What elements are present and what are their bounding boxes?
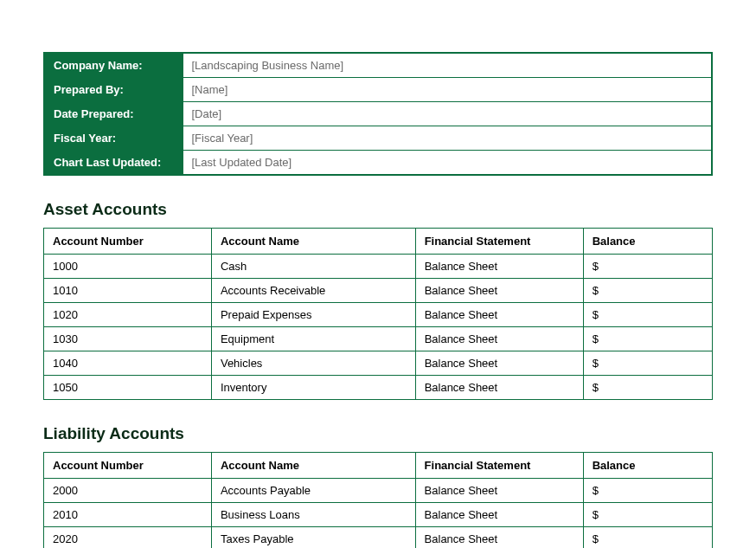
info-label: Company Name: <box>44 53 183 78</box>
col-header-financial-statement: Financial Statement <box>415 453 583 479</box>
table-row: 1040VehiclesBalance Sheet$ <box>44 351 713 376</box>
table-header-row: Account Number Account Name Financial St… <box>44 229 713 255</box>
cell-num: 1020 <box>44 303 212 327</box>
table-row: 1010Accounts ReceivableBalance Sheet$ <box>44 279 713 303</box>
col-header-account-name: Account Name <box>211 453 415 479</box>
cell-num: 1050 <box>44 376 212 400</box>
table-row: 1030EquipmentBalance Sheet$ <box>44 327 713 351</box>
liability-accounts-body: 2000Accounts PayableBalance Sheet$2010Bu… <box>44 479 713 549</box>
cell-bal: $ <box>583 327 712 351</box>
cell-bal: $ <box>583 479 712 503</box>
cell-name: Cash <box>211 255 415 279</box>
liability-accounts-table: Account Number Account Name Financial St… <box>43 452 713 548</box>
cell-name: Accounts Receivable <box>211 279 415 303</box>
cell-num: 2010 <box>44 503 212 527</box>
info-value: [Landscaping Business Name] <box>183 53 712 78</box>
asset-accounts-heading: Asset Accounts <box>43 200 713 219</box>
cell-bal: $ <box>583 376 712 400</box>
cell-num: 2020 <box>44 527 212 549</box>
asset-accounts-table: Account Number Account Name Financial St… <box>43 228 713 400</box>
info-value: [Name] <box>183 78 712 102</box>
col-header-account-name: Account Name <box>211 229 415 255</box>
cell-num: 1040 <box>44 351 212 376</box>
col-header-financial-statement: Financial Statement <box>415 229 583 255</box>
table-row: 2010Business LoansBalance Sheet$ <box>44 503 713 527</box>
table-header-row: Account Number Account Name Financial St… <box>44 453 713 479</box>
cell-name: Business Loans <box>211 503 415 527</box>
info-value: [Fiscal Year] <box>183 126 712 151</box>
liability-accounts-heading: Liability Accounts <box>43 424 713 443</box>
info-label: Chart Last Updated: <box>44 151 183 176</box>
cell-stmt: Balance Sheet <box>415 351 583 376</box>
col-header-balance: Balance <box>583 229 712 255</box>
cell-num: 2000 <box>44 479 212 503</box>
cell-name: Vehicles <box>211 351 415 376</box>
info-row: Company Name:[Landscaping Business Name] <box>44 53 712 78</box>
col-header-account-number: Account Number <box>44 229 212 255</box>
info-row: Prepared By:[Name] <box>44 78 712 102</box>
info-label: Prepared By: <box>44 78 183 102</box>
cell-num: 1000 <box>44 255 212 279</box>
info-row: Chart Last Updated:[Last Updated Date] <box>44 151 712 176</box>
cell-stmt: Balance Sheet <box>415 327 583 351</box>
cell-bal: $ <box>583 527 712 549</box>
col-header-account-number: Account Number <box>44 453 212 479</box>
cell-stmt: Balance Sheet <box>415 376 583 400</box>
table-row: 1020Prepaid ExpensesBalance Sheet$ <box>44 303 713 327</box>
cell-name: Equipment <box>211 327 415 351</box>
table-row: 1050InventoryBalance Sheet$ <box>44 376 713 400</box>
table-row: 2000Accounts PayableBalance Sheet$ <box>44 479 713 503</box>
cell-stmt: Balance Sheet <box>415 279 583 303</box>
cell-bal: $ <box>583 503 712 527</box>
info-row: Date Prepared:[Date] <box>44 102 712 126</box>
cell-bal: $ <box>583 351 712 376</box>
cell-num: 1030 <box>44 327 212 351</box>
cell-stmt: Balance Sheet <box>415 503 583 527</box>
info-value: [Date] <box>183 102 712 126</box>
info-value: [Last Updated Date] <box>183 151 712 176</box>
cell-name: Prepaid Expenses <box>211 303 415 327</box>
asset-accounts-body: 1000CashBalance Sheet$1010Accounts Recei… <box>44 255 713 400</box>
col-header-balance: Balance <box>583 453 712 479</box>
cell-stmt: Balance Sheet <box>415 303 583 327</box>
cell-stmt: Balance Sheet <box>415 527 583 549</box>
cell-bal: $ <box>583 303 712 327</box>
cell-bal: $ <box>583 279 712 303</box>
cell-bal: $ <box>583 255 712 279</box>
cell-stmt: Balance Sheet <box>415 255 583 279</box>
info-label: Date Prepared: <box>44 102 183 126</box>
cell-name: Taxes Payable <box>211 527 415 549</box>
info-row: Fiscal Year:[Fiscal Year] <box>44 126 712 151</box>
table-row: 2020Taxes PayableBalance Sheet$ <box>44 527 713 549</box>
cell-stmt: Balance Sheet <box>415 479 583 503</box>
table-row: 1000CashBalance Sheet$ <box>44 255 713 279</box>
cell-num: 1010 <box>44 279 212 303</box>
company-info-body: Company Name:[Landscaping Business Name]… <box>44 53 712 175</box>
cell-name: Inventory <box>211 376 415 400</box>
cell-name: Accounts Payable <box>211 479 415 503</box>
company-info-table: Company Name:[Landscaping Business Name]… <box>43 52 713 176</box>
info-label: Fiscal Year: <box>44 126 183 151</box>
